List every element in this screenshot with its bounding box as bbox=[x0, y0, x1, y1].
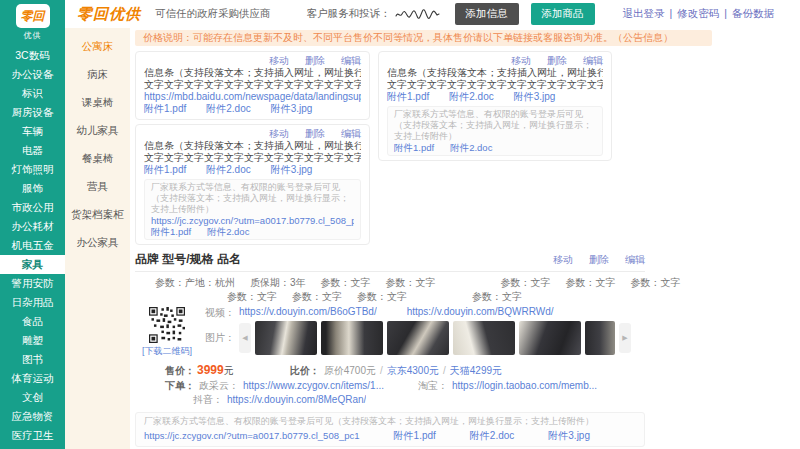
attachment-jpg-link[interactable]: 附件3.jpg bbox=[271, 164, 313, 176]
product-photo[interactable] bbox=[519, 321, 581, 355]
submenu-item-camp-gear[interactable]: 营具 bbox=[65, 172, 130, 200]
order-label: 下单： bbox=[165, 380, 195, 391]
sidebar-item-furniture-selected[interactable]: 家具 bbox=[0, 255, 65, 274]
product-photo[interactable] bbox=[255, 321, 317, 355]
download-qr-link[interactable]: [下载二维码] bbox=[135, 345, 199, 358]
delete-link[interactable]: 删除 bbox=[305, 127, 325, 141]
sidebar-item-sundries[interactable]: 日杂用品 bbox=[0, 293, 65, 312]
sidebar-item-books[interactable]: 图书 bbox=[0, 350, 65, 369]
move-link[interactable]: 移动 bbox=[269, 54, 289, 68]
sidebar-item-signage[interactable]: 标识 bbox=[0, 84, 65, 103]
sidebar-item-emergency[interactable]: 应急物资 bbox=[0, 407, 65, 426]
baidu-link[interactable]: https://mbd.baidu.com/newspage/data/land… bbox=[144, 91, 361, 103]
delete-link[interactable]: 删除 bbox=[305, 54, 325, 68]
attachment-row: 附件1.pdf 附件2.doc bbox=[151, 226, 354, 237]
submenu-item-dining-sets[interactable]: 餐桌椅 bbox=[65, 144, 130, 172]
sidebar-item-police-security[interactable]: 警用安防 bbox=[0, 274, 65, 293]
attachment-row: 附件1.pdf 附件2.doc 附件3.jpg bbox=[144, 164, 361, 176]
move-link[interactable]: 移动 bbox=[553, 253, 573, 267]
logo-mark-text: 零回 bbox=[21, 8, 45, 25]
sidebar-item-office-equipment[interactable]: 办公设备 bbox=[0, 65, 65, 84]
sidebar-item-sculpture[interactable]: 雕塑 bbox=[0, 331, 65, 350]
info-strip-title: 信息条（支持段落文本；支持插入网址，网址换行显示；支持上传附件） bbox=[144, 67, 361, 79]
attachment-pdf-link[interactable]: 附件1.pdf bbox=[394, 142, 434, 153]
attachment-doc-link[interactable]: 附件2.doc bbox=[449, 91, 493, 103]
zcy-order-link[interactable]: https://www.zcygov.cn/items/1... bbox=[243, 380, 384, 392]
attachment-row: 附件1.pdf 附件2.doc 附件3.jpg bbox=[144, 103, 361, 115]
submenu-item-apartment-bed-selected[interactable]: 公寓床 bbox=[65, 32, 130, 60]
product-photo[interactable] bbox=[585, 321, 615, 355]
submenu-item-desks-chairs[interactable]: 课桌椅 bbox=[65, 88, 130, 116]
sidebar-item-hardware[interactable]: 机电五金 bbox=[0, 236, 65, 255]
sidebar-item-municipal[interactable]: 市政公用 bbox=[0, 198, 65, 217]
sidebar-item-food[interactable]: 食品 bbox=[0, 312, 65, 331]
param: 参数：文字 bbox=[631, 277, 681, 288]
sidebar-item-apparel[interactable]: 服饰 bbox=[0, 179, 65, 198]
sidebar-item-sports[interactable]: 体育运动 bbox=[0, 369, 65, 388]
move-link[interactable]: 移动 bbox=[269, 127, 289, 141]
submenu-item-children-furniture[interactable]: 幼儿家具 bbox=[65, 116, 130, 144]
attachment-jpg-link[interactable]: 附件3.jpg bbox=[548, 429, 590, 443]
change-password-link[interactable]: 修改密码 bbox=[677, 7, 719, 21]
sidebar-item-appliances[interactable]: 电器 bbox=[0, 141, 65, 160]
scroll-left-arrow-icon[interactable]: ◀ bbox=[239, 323, 251, 353]
header-bar: 零回优供 可信任的政府采购供应商 客户服务和投诉： 添加信息 添加商品 退出登录… bbox=[65, 0, 800, 28]
backup-data-link[interactable]: 备份数据 bbox=[732, 7, 774, 21]
attachment-pdf-link[interactable]: 附件1.pdf bbox=[387, 91, 429, 103]
info-strip-title: 信息条（支持段落文本；支持插入网址，网址换行显示；支持上传附件） bbox=[387, 67, 603, 79]
add-info-button[interactable]: 添加信息 bbox=[455, 3, 519, 25]
attachment-doc-link[interactable]: 附件2.doc bbox=[470, 429, 514, 443]
product-photo[interactable] bbox=[453, 321, 515, 355]
attachment-pdf-link[interactable]: 附件1.pdf bbox=[144, 164, 186, 176]
video-link-1[interactable]: https://v.douyin.com/B6oGTBd/ bbox=[239, 306, 377, 318]
param-warranty: 质保期：3年 bbox=[250, 277, 306, 288]
product-header: 品牌 型号/规格 品名 移动 删除 编辑 bbox=[135, 251, 645, 272]
sidebar-item-office-supplies[interactable]: 办公耗材 bbox=[0, 217, 65, 236]
image-label: 图片： bbox=[205, 331, 235, 345]
sidebar-item-medical[interactable]: 医疗卫生 bbox=[0, 426, 65, 445]
jd-price-link[interactable]: 京东4300元 bbox=[387, 364, 439, 377]
sidebar-item-vehicles[interactable]: 车辆 bbox=[0, 122, 65, 141]
submenu-item-office-furniture[interactable]: 办公家具 bbox=[65, 228, 130, 256]
scroll-right-arrow-icon[interactable]: ▶ bbox=[619, 323, 631, 353]
taobao-order-link[interactable]: https://login.taobao.com/memb... bbox=[452, 380, 597, 392]
logo-mark: 零回 bbox=[16, 4, 50, 28]
product-photo[interactable] bbox=[321, 321, 383, 355]
product-photo[interactable] bbox=[387, 321, 449, 355]
delete-link[interactable]: 删除 bbox=[547, 54, 567, 68]
attachment-pdf-link[interactable]: 附件1.pdf bbox=[144, 103, 186, 115]
delete-link[interactable]: 删除 bbox=[589, 253, 609, 267]
edit-link[interactable]: 编辑 bbox=[583, 54, 603, 68]
attachment-pdf-link[interactable]: 附件1.pdf bbox=[151, 226, 191, 237]
site-logo[interactable]: 零回 优供 bbox=[0, 0, 65, 41]
sidebar-item-3c[interactable]: 3C数码 bbox=[0, 46, 65, 65]
douyin-link[interactable]: https://v.douyin.com/8MeQRan/ bbox=[227, 394, 366, 406]
edit-link[interactable]: 编辑 bbox=[341, 54, 361, 68]
sidebar-item-lighting[interactable]: 灯饰照明 bbox=[0, 160, 65, 179]
edit-link[interactable]: 编辑 bbox=[625, 253, 645, 267]
attachment-jpg-link[interactable]: 附件3.jpg bbox=[271, 103, 313, 115]
add-product-button[interactable]: 添加商品 bbox=[531, 3, 595, 25]
info-cards-column-2: 移动 删除 编辑 信息条（支持段落文本；支持插入网址，网址换行显示；支持上传附件… bbox=[378, 51, 612, 161]
zcygov-link[interactable]: https://jc.zcygov.cn/?utm=a0017.b0779.cl… bbox=[151, 215, 354, 226]
attachment-doc-link[interactable]: 附件2.doc bbox=[206, 164, 250, 176]
attachment-doc-link[interactable]: 附件2.doc bbox=[450, 142, 492, 153]
attachment-doc-link[interactable]: 附件2.doc bbox=[206, 103, 250, 115]
submenu-item-hospital-bed[interactable]: 病床 bbox=[65, 60, 130, 88]
info-strip-title: 信息条（支持段落文本；支持插入网址，网址换行显示；支持上传附件） bbox=[144, 140, 361, 152]
zcygov-link[interactable]: https://jc.zcygov.cn/?utm=a0017.b0779.cl… bbox=[144, 430, 360, 441]
info-card-1: 移动 删除 编辑 信息条（支持段落文本；支持插入网址，网址换行显示；支持上传附件… bbox=[135, 51, 370, 120]
video-link-2[interactable]: https://v.douyin.com/BQWRRWd/ bbox=[407, 306, 554, 318]
attachment-doc-link[interactable]: 附件2.doc bbox=[207, 226, 249, 237]
order-row: 下单： 政采云： https://www.zcygov.cn/items/1..… bbox=[165, 380, 645, 392]
edit-link[interactable]: 编辑 bbox=[341, 127, 361, 141]
sidebar-item-kitchen[interactable]: 厨房设备 bbox=[0, 103, 65, 122]
logout-link[interactable]: 退出登录 bbox=[623, 7, 665, 21]
attachment-jpg-link[interactable]: 附件3.jpg bbox=[514, 91, 556, 103]
attachment-pdf-link[interactable]: 附件1.pdf bbox=[394, 429, 436, 443]
move-link[interactable]: 移动 bbox=[511, 54, 531, 68]
submenu-item-shelving-cabinets[interactable]: 货架档案柜 bbox=[65, 200, 130, 228]
price-compare-group: 比价： 原价4700元 / 京东4300元 / 天猫4299元 bbox=[290, 364, 502, 377]
sidebar-item-cultural[interactable]: 文创 bbox=[0, 388, 65, 407]
tmall-price-link[interactable]: 天猫4299元 bbox=[450, 364, 502, 377]
